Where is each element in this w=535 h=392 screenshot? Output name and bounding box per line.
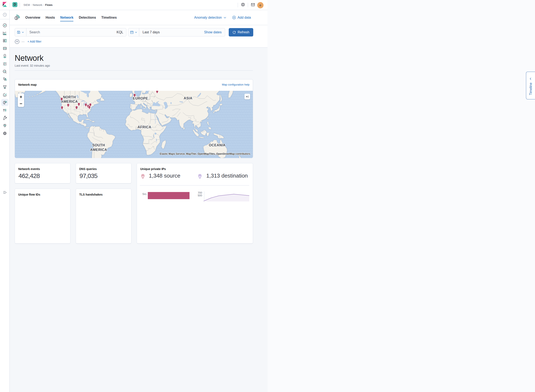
svg-text:AMERICA: AMERICA [61,100,78,103]
svg-text:OCEANIA: OCEANIA [209,143,226,147]
svg-text:AFRICA: AFRICA [138,125,151,129]
svg-text:Elastic Maps Service, MapTiler: Elastic Maps Service, MapTiler, OpenMapT… [160,152,250,155]
svg-text:NORTH: NORTH [63,95,76,99]
svg-text:ASIA: ASIA [184,96,192,100]
svg-text:EUROPE: EUROPE [133,96,148,100]
svg-text:AMERICA: AMERICA [90,148,107,152]
svg-text:SOUTH: SOUTH [92,143,105,147]
